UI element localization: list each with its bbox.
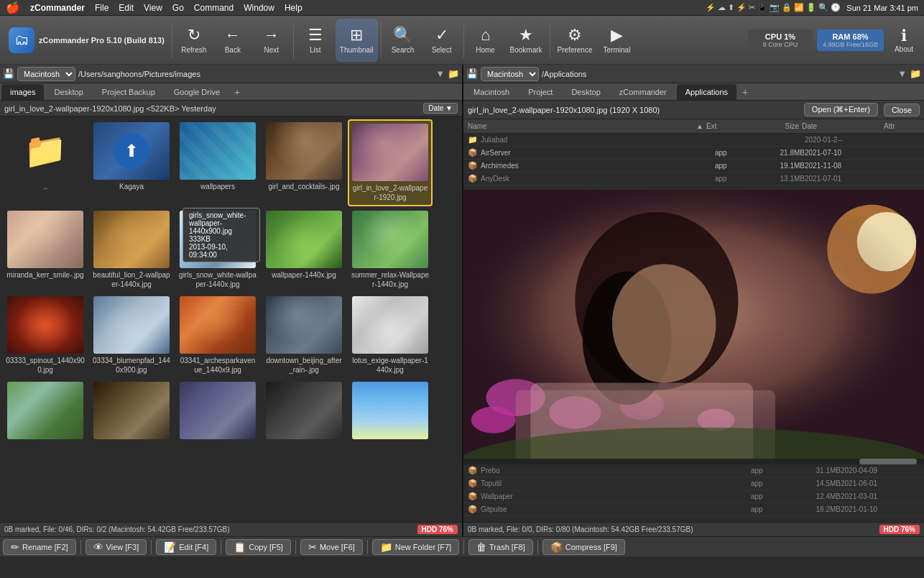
left-thumb-grid[interactable]: 📁 .. ⬆ Kagaya wallpapers <box>0 116 462 522</box>
left-tab-images[interactable]: images <box>1 84 44 100</box>
thumb-item-img2[interactable] <box>89 379 174 444</box>
file-row-wallpaper-app[interactable]: 📦Wallpaper app 12.4MB 2021-03-01 <box>463 490 924 503</box>
thumb-beach-img <box>352 382 428 439</box>
move-button[interactable]: ✂ Move [F6] <box>300 539 363 555</box>
file-row-gitpulse[interactable]: 📦Gitpulse app 18.2MB 2021-01-10 <box>463 503 924 516</box>
refresh-button[interactable]: ↻ Refresh <box>175 19 213 62</box>
rename-label: Rename [F2] <box>22 543 68 551</box>
thumb-up-icon: 📁 <box>7 122 83 180</box>
left-drive-select[interactable]: Macintosh <box>17 67 75 81</box>
preference-button[interactable]: ⚙ Preference <box>553 19 597 62</box>
bookmark-button[interactable]: ★ Bookmark <box>506 19 547 62</box>
about-button[interactable]: ℹ About <box>888 19 920 62</box>
thumb-item-girls-snow[interactable]: girls_snow_white-wallpaper-1440x900.jpg … <box>175 208 260 292</box>
menu-window[interactable]: Window <box>244 3 274 13</box>
newfolder-button[interactable]: 📁 New Folder [F7] <box>372 539 459 555</box>
left-tab-google-drive[interactable]: Google Drive <box>165 84 228 100</box>
file-row-archimedes[interactable]: 📦Archimedes app 19.1MB 2021-11-08 <box>463 160 924 173</box>
preview-scrollbar[interactable] <box>463 459 924 464</box>
file-row-airserver[interactable]: 📦AirServer app 21.8MB 2021-07-10 <box>463 147 924 160</box>
thumb-item-miranda[interactable]: miranda_kerr_smile-.jpg <box>3 208 88 292</box>
thumb-item-girl2[interactable] <box>175 379 260 444</box>
preview-scrollbar-thumb[interactable] <box>859 459 917 464</box>
left-tab-desktop[interactable]: Desktop <box>45 84 91 100</box>
left-panel-folder-icon[interactable]: 📁 <box>448 68 459 79</box>
thumb-item-up[interactable]: 📁 .. <box>3 119 88 206</box>
compress-button[interactable]: 📦 Compress [F9] <box>542 539 625 555</box>
file-row-prebo[interactable]: 📦Prebo app 31.1MB 2020-04-09 <box>463 464 924 477</box>
toolbar-separator-4 <box>463 22 464 58</box>
file-ext: app <box>715 162 754 170</box>
right-drive-select[interactable]: Macintosh <box>481 67 539 81</box>
thumb-item-kagaya[interactable]: ⬆ Kagaya <box>89 119 174 206</box>
menu-file[interactable]: File <box>95 3 108 13</box>
thumb-item-downtown[interactable]: downtown_beijing_after_rain-.jpg <box>262 293 346 377</box>
thumb-item-girl-cocktails[interactable]: girl_and_cocktails-.jpg <box>262 119 346 206</box>
btm-sep-7 <box>537 540 538 554</box>
search-button[interactable]: 🔍 Search <box>384 19 422 62</box>
thumb-vw-img <box>7 382 83 439</box>
right-tab-add-button[interactable]: + <box>738 86 752 98</box>
thumb-item-summer-relax[interactable]: summer_relax-Wallpaper-1440x.jpg <box>348 208 433 292</box>
edit-button[interactable]: 📝 Edit [F4] <box>156 539 216 555</box>
left-sort-button[interactable]: Date ▼ <box>423 103 458 114</box>
list-icon: ☰ <box>308 26 323 45</box>
rename-button[interactable]: ✏ Rename [F2] <box>3 539 76 555</box>
thumb-item-blumenpfad[interactable]: 03334_blumenpfad_1440x900.jpg <box>89 293 174 377</box>
thumb-lotus-img <box>352 296 428 354</box>
right-file-list-bottom: 📦Prebo app 31.1MB 2020-04-09 📦Toputil ap… <box>463 464 924 522</box>
file-row-juliabad[interactable]: 📁Juliabad 2020-01-2-- <box>463 134 924 147</box>
next-button[interactable]: → Next <box>253 19 290 62</box>
file-date: 2020-04-09 <box>841 467 920 474</box>
menu-edit[interactable]: Edit <box>119 3 134 13</box>
left-panel-header-icons: ▼ 📁 <box>435 68 459 79</box>
file-row-anydesk[interactable]: 📦AnyDesk app 13.1MB 2021-07-01 <box>463 173 924 185</box>
apple-icon[interactable]: 🍎 <box>6 1 20 14</box>
thumb-item-lion[interactable]: beautiful_lion_2-wallpaper-1440x.jpg <box>89 208 174 292</box>
list-button[interactable]: ☰ List <box>297 19 334 62</box>
thumb-img2-img <box>93 382 170 439</box>
thumb-girl2-img <box>180 382 256 439</box>
file-ext: app <box>751 492 790 500</box>
menu-command[interactable]: Command <box>194 3 234 13</box>
left-tab-add-button[interactable]: + <box>230 86 244 98</box>
select-button[interactable]: ✓ Select <box>423 19 461 62</box>
menu-app-name[interactable]: zCommander <box>30 3 85 13</box>
thumb-item-archespar[interactable]: 03341_archesparkavenue_1440x9.jpg <box>175 293 260 377</box>
right-tab-project[interactable]: Project <box>519 84 561 100</box>
right-tab-desktop[interactable]: Desktop <box>563 84 609 100</box>
thumb-item-img3[interactable] <box>262 379 346 444</box>
thumb-item-girl-love[interactable]: girl_in_love_2-wallpaper-1920.jpg <box>348 119 433 206</box>
thumb-item-lotus[interactable]: lotus_exige-wallpaper-1440x.jpg <box>348 293 433 377</box>
right-tab-zcommander[interactable]: zCommander <box>611 84 675 100</box>
left-tab-project-backup[interactable]: Project Backup <box>93 84 164 100</box>
terminal-button[interactable]: ▶ Terminal <box>598 19 635 62</box>
view-button[interactable]: 👁 View [F3] <box>86 539 147 555</box>
refresh-label: Refresh <box>181 46 206 54</box>
menu-view[interactable]: View <box>144 3 162 13</box>
back-button[interactable]: ← Back <box>214 19 251 62</box>
right-panel-folder-icon[interactable]: 📁 <box>910 68 921 79</box>
thumbnail-button[interactable]: ⊞ Thumbnail <box>336 19 378 62</box>
home-button[interactable]: ⌂ Home <box>467 19 504 62</box>
right-panel-dropdown-icon[interactable]: ▼ <box>897 68 907 79</box>
thumb-miranda-img <box>7 211 83 268</box>
newfolder-icon: 📁 <box>380 541 392 553</box>
file-row-toputil[interactable]: 📦Toputil app 14.5MB 2021-06-01 <box>463 477 924 490</box>
datetime: Sun 21 Mar 3:41 pm <box>846 4 918 12</box>
trash-button[interactable]: 🗑 Trash [F8] <box>468 539 533 555</box>
open-button[interactable]: Open (⌘+Enter) <box>804 103 878 116</box>
right-tab-applications[interactable]: Applications <box>677 84 736 100</box>
left-panel-dropdown-icon[interactable]: ▼ <box>435 68 445 79</box>
menu-help[interactable]: Help <box>285 3 302 13</box>
select-label: Select <box>432 46 452 54</box>
thumb-item-spinout[interactable]: 03333_spinout_1440x900.jpg <box>3 293 88 377</box>
menu-go[interactable]: Go <box>172 3 184 13</box>
thumb-item-wallpaper1440[interactable]: wallpaper-1440x.jpg <box>262 208 346 292</box>
thumb-item-vw[interactable] <box>3 379 88 444</box>
copy-button[interactable]: 📋 Copy [F5] <box>226 539 291 555</box>
right-tab-macintosh[interactable]: Macintosh <box>465 84 518 100</box>
close-button[interactable]: Close <box>884 104 920 116</box>
thumb-item-wallpapers[interactable]: wallpapers <box>175 119 260 206</box>
thumb-item-beach[interactable] <box>348 379 433 444</box>
